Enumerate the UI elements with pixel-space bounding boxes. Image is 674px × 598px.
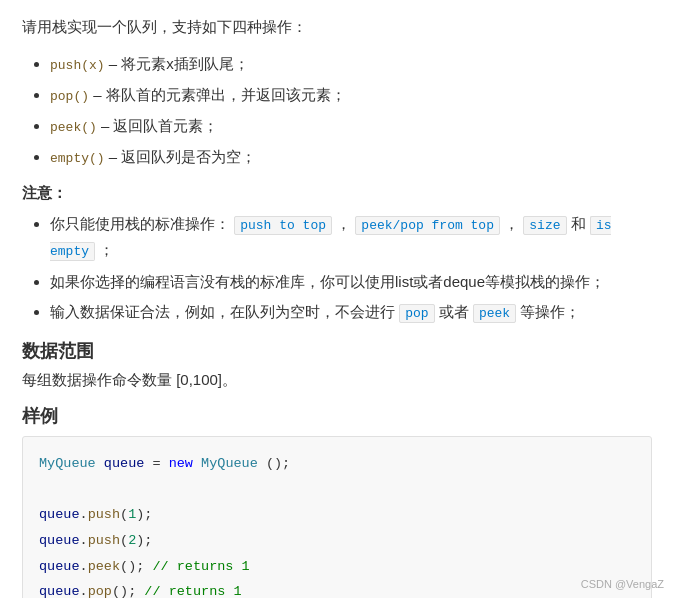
code-kw-new: new bbox=[169, 456, 193, 471]
code-obj1: queue bbox=[39, 507, 80, 522]
code-dot3: . bbox=[80, 559, 88, 574]
note1-he: 和 bbox=[571, 215, 590, 232]
note-title: 注意： bbox=[22, 184, 652, 203]
note-item-2: 如果你选择的编程语言没有栈的标准库，你可以使用list或者deque等模拟栈的操… bbox=[50, 269, 652, 295]
code-fn-peek: peek bbox=[88, 559, 120, 574]
code-eq: = bbox=[152, 456, 168, 471]
code-arg2e: ); bbox=[136, 533, 152, 548]
code-comment4: // returns 1 bbox=[144, 584, 241, 598]
code-pop: pop bbox=[399, 304, 434, 323]
data-range-text: 每组数据操作命令数量 [0,100]。 bbox=[22, 371, 652, 390]
code-arg1: ( bbox=[120, 507, 128, 522]
code-line-1: queue.push(1); bbox=[39, 502, 635, 528]
list-item: pop() – 将队首的元素弹出，并返回该元素； bbox=[50, 82, 652, 108]
code-obj3: queue bbox=[39, 559, 80, 574]
intro-text: 请用栈实现一个队列，支持如下四种操作： bbox=[22, 18, 652, 37]
code-var-queue: queue bbox=[104, 456, 145, 471]
code-line-3: queue.peek(); // returns 1 bbox=[39, 554, 635, 580]
code-arg4: (); bbox=[112, 584, 136, 598]
code-line-2: queue.push(2); bbox=[39, 528, 635, 554]
code-constructor: MyQueue bbox=[201, 456, 258, 471]
operations-list: push(x) – 将元素x插到队尾； pop() – 将队首的元素弹出，并返回… bbox=[22, 51, 652, 170]
code-arg2: ( bbox=[120, 533, 128, 548]
note3-suffix: 等操作； bbox=[520, 303, 580, 320]
code-dot1: . bbox=[80, 507, 88, 522]
note1-suffix: ； bbox=[99, 241, 114, 258]
code-dot4: . bbox=[80, 584, 88, 598]
note1-comma1: ， bbox=[336, 215, 351, 232]
list-item: push(x) – 将元素x插到队尾； bbox=[50, 51, 652, 77]
code-dot2: . bbox=[80, 533, 88, 548]
code-obj4: queue bbox=[39, 584, 80, 598]
code-line-4: queue.pop(); // returns 1 bbox=[39, 579, 635, 598]
code-push-to-top: push to top bbox=[234, 216, 332, 235]
code-arg1e: ); bbox=[136, 507, 152, 522]
code-arg3: (); bbox=[120, 559, 144, 574]
code-obj2: queue bbox=[39, 533, 80, 548]
note3-prefix: 输入数据保证合法，例如，在队列为空时，不会进行 bbox=[50, 303, 399, 320]
code-peek: peek bbox=[473, 304, 516, 323]
code-init-line: MyQueue queue = new MyQueue (); bbox=[39, 451, 635, 477]
code-block: MyQueue queue = new MyQueue (); queue.pu… bbox=[22, 436, 652, 598]
note3-mid: 或者 bbox=[439, 303, 473, 320]
code-type-myqueue: MyQueue bbox=[39, 456, 96, 471]
note1-comma2: ， bbox=[504, 215, 519, 232]
code-fn-push1: push bbox=[88, 507, 120, 522]
code-peek-pop: peek/pop from top bbox=[355, 216, 500, 235]
note-item-3: 输入数据保证合法，例如，在队列为空时，不会进行 pop 或者 peek 等操作； bbox=[50, 299, 652, 325]
note1-prefix: 你只能使用栈的标准操作： bbox=[50, 215, 230, 232]
code-fn-pop: pop bbox=[88, 584, 112, 598]
data-range-title: 数据范围 bbox=[22, 339, 652, 363]
note-item-1: 你只能使用栈的标准操作： push to top ， peek/pop from… bbox=[50, 211, 652, 263]
code-comment3: // returns 1 bbox=[152, 559, 249, 574]
sample-title: 样例 bbox=[22, 404, 652, 428]
code-parens: (); bbox=[266, 456, 290, 471]
csdn-watermark: CSDN @VengaZ bbox=[581, 578, 664, 590]
code-fn-push2: push bbox=[88, 533, 120, 548]
code-size: size bbox=[523, 216, 566, 235]
list-item: peek() – 返回队首元素； bbox=[50, 113, 652, 139]
list-item: empty() – 返回队列是否为空； bbox=[50, 144, 652, 170]
notes-list: 你只能使用栈的标准操作： push to top ， peek/pop from… bbox=[22, 211, 652, 325]
